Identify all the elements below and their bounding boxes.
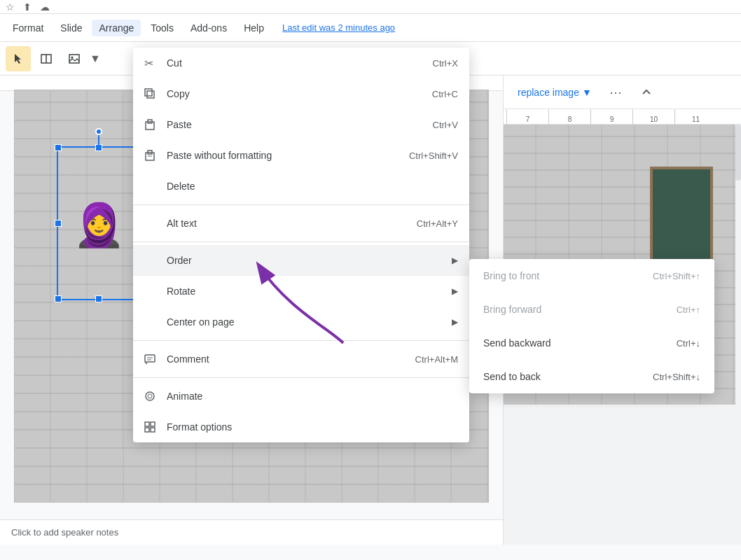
paste-shortcut: Ctrl+V bbox=[433, 120, 458, 130]
send-backward-label: Send backward bbox=[483, 337, 677, 349]
top-icons: ☆ ⬆ ☁ bbox=[6, 1, 50, 13]
replace-image-dropdown-icon: ▼ bbox=[582, 87, 592, 98]
bring-forward-shortcut: Ctrl+↑ bbox=[677, 304, 700, 315]
paste-noformat-shortcut: Ctrl+Shift+V bbox=[409, 150, 458, 161]
handle-bc[interactable] bbox=[95, 295, 102, 302]
order-submenu: Bring to front Ctrl+Shift+↑ Bring forwar… bbox=[469, 259, 714, 393]
format-options-icon-svg bbox=[144, 421, 155, 433]
scrollbar-thumb[interactable] bbox=[735, 125, 741, 181]
shape-dropdown[interactable]: ▼ bbox=[90, 52, 101, 65]
menu-tools[interactable]: Tools bbox=[144, 20, 181, 36]
paste-noformat-label: Paste without formatting bbox=[167, 150, 409, 161]
right-scrollbar[interactable] bbox=[735, 125, 741, 405]
menu-bar: Format Slide Arrange Tools Add-ons Help … bbox=[0, 14, 741, 42]
paste-noformat-icon bbox=[144, 150, 167, 161]
arrange-context-menu: ✂ Cut Ctrl+X Copy Ctrl+C Paste Ctrl+V bbox=[133, 48, 469, 442]
copy-icon-svg bbox=[144, 88, 155, 99]
cursor-icon bbox=[12, 52, 25, 65]
comment-label: Comment bbox=[167, 354, 415, 365]
send-to-back-shortcut: Ctrl+Shift+↓ bbox=[653, 372, 700, 382]
menu-delete[interactable]: Delete bbox=[133, 171, 469, 202]
star-icon[interactable]: ☆ bbox=[6, 1, 15, 13]
menu-animate[interactable]: Animate bbox=[133, 381, 469, 412]
cloud-icon[interactable]: ☁ bbox=[40, 1, 50, 13]
menu-paste-no-format[interactable]: Paste without formatting Ctrl+Shift+V bbox=[133, 140, 469, 171]
copy-shortcut: Ctrl+C bbox=[432, 89, 458, 99]
chevron-up-icon bbox=[640, 86, 653, 99]
center-submenu-arrow: ▶ bbox=[452, 317, 458, 327]
submenu-send-backward[interactable]: Send backward Ctrl+↓ bbox=[469, 326, 714, 360]
collapse-panel-button[interactable] bbox=[634, 80, 659, 105]
order-label: Order bbox=[167, 255, 446, 266]
paste-noformat-icon-svg bbox=[144, 150, 155, 161]
menu-center-on-page[interactable]: Center on page ▶ bbox=[133, 307, 469, 337]
submenu-send-to-back[interactable]: Send to back Ctrl+Shift+↓ bbox=[469, 360, 714, 393]
menu-order[interactable]: Order ▶ bbox=[133, 245, 469, 276]
copy-label: Copy bbox=[167, 88, 432, 99]
right-ruler: 7 8 9 10 11 bbox=[504, 109, 741, 125]
alt-text-shortcut: Ctrl+Alt+Y bbox=[417, 218, 458, 229]
cut-shortcut: Ctrl+X bbox=[433, 58, 458, 69]
handle-bl[interactable] bbox=[55, 295, 62, 302]
more-options-button[interactable]: ⋯ bbox=[603, 80, 628, 105]
replace-image-button[interactable]: replace image ▼ bbox=[512, 84, 597, 101]
menu-help[interactable]: Help bbox=[237, 20, 271, 36]
right-ruler-marks: 7 8 9 10 11 bbox=[506, 109, 716, 125]
handle-tl[interactable] bbox=[55, 144, 62, 151]
menu-arrange[interactable]: Arrange bbox=[92, 20, 141, 36]
animate-label: Animate bbox=[167, 391, 458, 402]
divider-2 bbox=[133, 241, 469, 242]
selection-box bbox=[57, 146, 141, 300]
right-ruler-mark-7: 7 bbox=[506, 109, 548, 125]
svg-point-16 bbox=[148, 394, 152, 398]
cut-label: Cut bbox=[167, 57, 433, 69]
menu-format[interactable]: Format bbox=[6, 20, 50, 36]
divider-3 bbox=[133, 340, 469, 341]
bring-forward-label: Bring forward bbox=[483, 304, 677, 315]
menu-alt-text[interactable]: Alt text Ctrl+Alt+Y bbox=[133, 208, 469, 239]
rotate-handle-line bbox=[98, 135, 99, 145]
animate-icon bbox=[144, 391, 167, 402]
image-icon bbox=[68, 52, 81, 65]
svg-rect-11 bbox=[145, 355, 155, 362]
bring-to-front-label: Bring to front bbox=[483, 270, 653, 281]
paste-icon bbox=[144, 119, 167, 130]
image-tool-button[interactable] bbox=[62, 46, 87, 71]
textbox-icon bbox=[40, 52, 53, 65]
svg-rect-18 bbox=[151, 422, 155, 426]
svg-rect-5 bbox=[145, 89, 152, 96]
replace-image-label: replace image bbox=[518, 87, 579, 98]
order-submenu-arrow: ▶ bbox=[452, 255, 458, 265]
right-ruler-mark-9: 9 bbox=[590, 109, 632, 125]
divider-1 bbox=[133, 204, 469, 205]
alt-text-label: Alt text bbox=[167, 218, 417, 229]
menu-format-options[interactable]: Format options bbox=[133, 412, 469, 442]
animate-icon-svg bbox=[144, 391, 155, 402]
submenu-bring-to-front[interactable]: Bring to front Ctrl+Shift+↑ bbox=[469, 259, 714, 293]
bring-to-front-shortcut: Ctrl+Shift+↑ bbox=[653, 271, 700, 281]
right-ruler-mark-10: 10 bbox=[632, 109, 674, 125]
menu-slide[interactable]: Slide bbox=[53, 20, 89, 36]
menu-comment[interactable]: Comment Ctrl+Alt+M bbox=[133, 344, 469, 374]
rotate-handle[interactable] bbox=[95, 128, 102, 135]
handle-ml[interactable] bbox=[55, 220, 62, 227]
paste-icon-svg bbox=[144, 119, 155, 130]
menu-cut[interactable]: ✂ Cut Ctrl+X bbox=[133, 48, 469, 78]
upload-icon[interactable]: ⬆ bbox=[23, 1, 32, 13]
right-panel-header: replace image ▼ ⋯ bbox=[504, 76, 741, 109]
divider-4 bbox=[133, 377, 469, 378]
menu-copy[interactable]: Copy Ctrl+C bbox=[133, 78, 469, 109]
top-icon-bar: ☆ ⬆ ☁ bbox=[0, 0, 741, 14]
text-tool-button[interactable] bbox=[34, 46, 59, 71]
comment-icon bbox=[144, 354, 167, 365]
menu-paste[interactable]: Paste Ctrl+V bbox=[133, 109, 469, 140]
menu-addons[interactable]: Add-ons bbox=[183, 20, 234, 36]
status-bar: Click to add speaker notes bbox=[0, 519, 503, 545]
rotate-submenu-arrow: ▶ bbox=[452, 286, 458, 296]
submenu-bring-forward[interactable]: Bring forward Ctrl+↑ bbox=[469, 293, 714, 326]
speaker-notes-hint: Click to add speaker notes bbox=[11, 527, 118, 538]
paste-label: Paste bbox=[167, 119, 433, 130]
cursor-tool-button[interactable] bbox=[6, 46, 31, 71]
menu-rotate[interactable]: Rotate ▶ bbox=[133, 276, 469, 307]
handle-tc[interactable] bbox=[95, 144, 102, 151]
